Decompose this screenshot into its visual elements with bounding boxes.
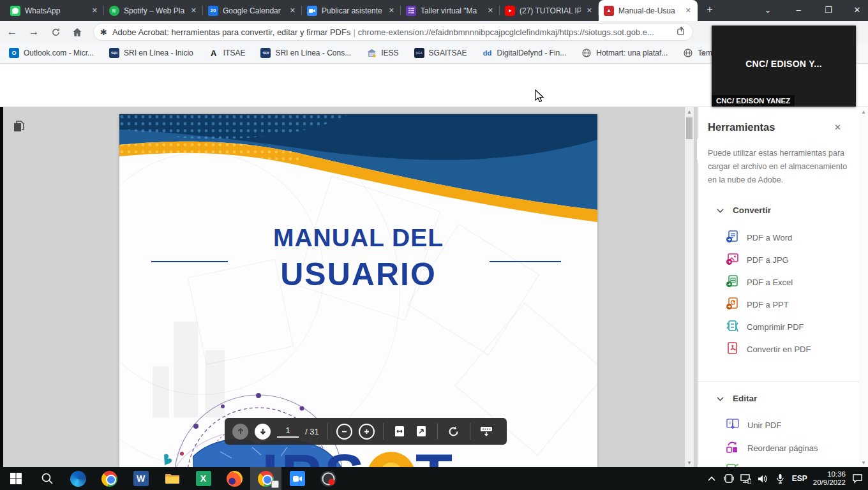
tool-unir-pdf[interactable]: Unir PDF [726,417,781,433]
page-number-input[interactable]: 1 [277,426,299,438]
tool-convertir-en-pdf[interactable]: Convertir en PDF [726,341,811,357]
taskbar-clock[interactable]: 10:3620/9/2022 [813,470,846,487]
reload-icon[interactable] [46,23,65,41]
bookmark-outlook[interactable]: OOutlook.com - Micr... [9,48,94,58]
rotate-page-button[interactable] [446,424,461,439]
toolbar-dock-button[interactable] [479,424,494,439]
language-indicator[interactable]: ESP [792,474,807,483]
tool-pdf-a-word[interactable]: PDF a Word [726,230,792,245]
whatsapp-icon [10,6,20,16]
taskbar-excel-icon[interactable]: X [188,467,219,490]
taskbar-file-explorer-icon[interactable] [156,467,188,490]
viewer-scrollbar[interactable]: ▲ ▼ [685,107,694,467]
sgaitsae-icon: SGA [414,48,424,58]
tab-close-icon[interactable]: ✕ [387,6,396,15]
taskbar-word-icon[interactable]: W [125,467,156,490]
tab-label: WhatsApp [25,6,86,15]
tray-network-display-icon[interactable] [740,473,752,484]
section-editar[interactable]: Editar [717,394,757,403]
page-up-button[interactable] [232,424,248,440]
fit-width-button[interactable] [392,424,407,439]
tool-comprimir-pdf[interactable]: Comprimir PDF [726,319,804,334]
forward-icon[interactable]: → [24,23,43,41]
cover-wave-graphic [119,114,597,223]
new-tab-button[interactable]: + [707,3,713,16]
chevron-down-icon [717,394,724,403]
pdf-to-jpg-icon [726,252,739,267]
tool-pdf-a-jpg[interactable]: PDF a JPG [726,252,789,267]
taskbar-zoom-icon[interactable] [281,467,313,490]
scroll-down-arrow-icon[interactable]: ▼ [685,458,694,467]
browser-menu-dots-icon[interactable]: ⋮ [860,23,868,41]
start-button[interactable] [0,467,31,490]
participant-title: CNC/ EDISON Y... [712,59,856,69]
tab-close-icon[interactable]: ✕ [585,6,594,15]
tray-volume-icon[interactable] [758,473,769,484]
chevron-down-icon [717,205,724,215]
divider [437,423,438,440]
tab-label: Publicar asistente [322,6,383,15]
compress-pdf-icon [726,319,739,334]
tab-label: (27) TUTORIAL IP [520,6,581,15]
window-restore-button[interactable]: ❐ [818,0,839,19]
tool-pdf-a-ppt[interactable]: PDF a PPT [726,297,789,312]
reorder-pages-icon [726,440,740,456]
bookmark-hotmart[interactable]: Hotmart: una plataf... [581,48,668,58]
scrollbar-thumb[interactable] [686,117,692,139]
tray-tablet-icon[interactable] [723,473,735,484]
bookmark-iess[interactable]: IESS [366,48,398,58]
omnibox[interactable]: ✱ Adobe Acrobat: herramientas para conve… [93,23,693,41]
scroll-up-arrow-icon[interactable]: ▲ [685,107,694,116]
video-call-participant-overlay[interactable]: CNC/ EDISON Y... CNC/ EDISON YANEZ [712,26,856,107]
tab-close-icon[interactable]: ✕ [684,6,692,15]
share-icon[interactable] [677,26,686,38]
taskbar-chrome-active-icon[interactable] [250,467,281,490]
zoom-out-button[interactable] [336,424,352,440]
taskbar-search-icon[interactable] [31,467,63,490]
page-thumbnails-icon[interactable] [13,120,26,135]
tool-reordenar-paginas[interactable]: Reordenar páginas [726,440,818,456]
notification-center-icon[interactable] [851,473,863,484]
tray-chevron-up-icon[interactable] [706,473,717,484]
zoom-in-button[interactable] [359,424,375,440]
bookmark-sgaitsae[interactable]: SGASGAITSAE [414,48,467,58]
taskbar-firefox-icon[interactable] [219,467,250,490]
taskbar-edge-icon[interactable] [63,467,94,490]
window-minimize-button[interactable]: – [788,0,809,19]
tab-close-icon[interactable]: ✕ [486,6,495,15]
bookmarks-overflow-chevron-icon[interactable]: » [701,48,705,58]
scroll-up-arrow-icon[interactable]: ▲ [859,107,868,116]
tab-whatsapp[interactable]: WhatsApp ✕ [5,0,104,21]
tab-close-icon[interactable]: ✕ [91,6,99,15]
ipsot-flower-o-icon [367,452,415,467]
home-icon[interactable] [68,23,87,41]
tab-close-icon[interactable]: ✕ [288,6,297,15]
tab-taller-virtual[interactable]: Taller virtual "Ma ✕ [401,0,500,21]
tab-publicar-asistente[interactable]: Publicar asistente ✕ [302,0,401,21]
tab-manual-pdf-active[interactable]: ▲ Manual-de-Usua ✕ [599,0,698,21]
sidebar-close-icon[interactable]: ✕ [834,122,841,132]
taskbar-chrome-icon[interactable] [94,467,125,490]
divider [383,423,384,440]
window-close-button[interactable]: ✕ [846,0,868,19]
window-menu-chevron-icon[interactable]: ⌄ [757,0,779,19]
section-convertir[interactable]: Convertir [717,205,771,215]
tab-google-calendar[interactable]: 20 Google Calendar ✕ [203,0,302,21]
tray-microphone-icon[interactable] [775,473,786,484]
tab-label: Manual-de-Usua [618,6,680,15]
back-icon[interactable]: ← [3,23,22,41]
sidebar-scrollbar[interactable]: ▲ ▼ [859,107,868,467]
tab-spotify[interactable]: Spotify – Web Pla ✕ [104,0,203,21]
tab-close-icon[interactable]: ✕ [190,6,198,15]
sri-icon: SRI [109,48,119,58]
bookmark-digitaldefynd[interactable]: ddDigitalDefynd - Fin... [483,48,567,58]
bookmark-sri-consultas[interactable]: SRISRI en Línea - Cons... [260,48,351,58]
scroll-down-arrow-icon[interactable]: ▼ [859,458,868,467]
bookmark-itsae[interactable]: AITSAE [209,48,246,58]
bookmark-sri-inicio[interactable]: SRISRI en Línea - Inicio [109,48,193,58]
fit-page-button[interactable] [414,424,429,439]
tab-tutorial-youtube[interactable]: (27) TUTORIAL IP ✕ [500,0,599,21]
tool-pdf-a-excel[interactable]: PDF a Excel [726,274,793,290]
taskbar-obs-recorder-icon[interactable] [313,467,344,490]
page-down-button[interactable] [255,424,271,440]
